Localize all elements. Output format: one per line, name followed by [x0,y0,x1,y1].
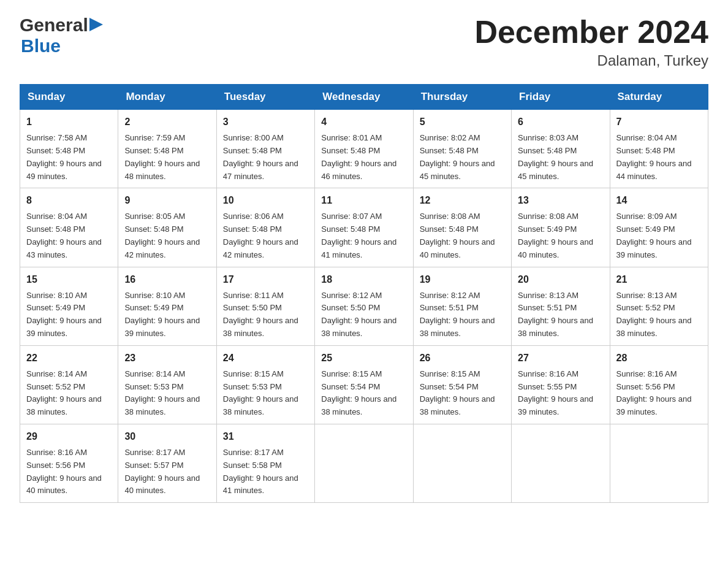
weekday-header-saturday: Saturday [610,85,708,110]
day-info: Sunrise: 8:13 AMSunset: 5:52 PMDaylight:… [616,289,702,340]
calendar-cell: 9Sunrise: 8:05 AMSunset: 5:48 PMDaylight… [118,188,216,267]
calendar-cell: 18Sunrise: 8:12 AMSunset: 5:50 PMDayligh… [315,267,413,345]
week-row-5: 29Sunrise: 8:16 AMSunset: 5:56 PMDayligh… [20,424,708,502]
week-row-1: 1Sunrise: 7:58 AMSunset: 5:48 PMDaylight… [20,110,708,188]
calendar-cell: 13Sunrise: 8:08 AMSunset: 5:49 PMDayligh… [512,188,610,267]
week-row-2: 8Sunrise: 8:04 AMSunset: 5:48 PMDaylight… [20,188,708,267]
calendar-cell [413,424,511,502]
calendar-cell: 17Sunrise: 8:11 AMSunset: 5:50 PMDayligh… [216,267,314,345]
weekday-header-friday: Friday [512,85,610,110]
day-info: Sunrise: 8:15 AMSunset: 5:54 PMDaylight:… [420,368,505,419]
day-number: 19 [420,272,505,287]
day-number: 28 [616,351,702,366]
day-number: 24 [223,351,308,366]
calendar-cell: 12Sunrise: 8:08 AMSunset: 5:48 PMDayligh… [413,188,511,267]
day-number: 29 [26,429,112,444]
calendar-cell: 21Sunrise: 8:13 AMSunset: 5:52 PMDayligh… [610,267,708,345]
calendar-cell: 24Sunrise: 8:15 AMSunset: 5:53 PMDayligh… [216,345,314,424]
weekday-header-thursday: Thursday [413,85,511,110]
day-number: 2 [124,115,210,129]
logo-blue-text: Blue [21,36,61,56]
day-info: Sunrise: 8:17 AMSunset: 5:58 PMDaylight:… [223,446,308,497]
calendar-cell: 29Sunrise: 8:16 AMSunset: 5:56 PMDayligh… [20,424,118,502]
day-info: Sunrise: 8:01 AMSunset: 5:48 PMDaylight:… [321,132,406,183]
title-block: December 2024 Dalaman, Turkey [474,15,708,69]
day-number: 30 [124,429,210,444]
day-number: 10 [223,193,308,208]
day-number: 18 [321,272,406,287]
day-info: Sunrise: 8:07 AMSunset: 5:48 PMDaylight:… [321,210,406,261]
calendar-cell: 5Sunrise: 8:02 AMSunset: 5:48 PMDaylight… [413,110,511,188]
day-info: Sunrise: 8:13 AMSunset: 5:51 PMDaylight:… [518,289,603,340]
calendar-cell: 23Sunrise: 8:14 AMSunset: 5:53 PMDayligh… [118,345,216,424]
day-info: Sunrise: 8:04 AMSunset: 5:48 PMDaylight:… [616,132,702,183]
calendar-cell: 26Sunrise: 8:15 AMSunset: 5:54 PMDayligh… [413,345,511,424]
day-info: Sunrise: 8:16 AMSunset: 5:55 PMDaylight:… [518,368,603,419]
calendar-cell: 15Sunrise: 8:10 AMSunset: 5:49 PMDayligh… [20,267,118,345]
week-row-4: 22Sunrise: 8:14 AMSunset: 5:52 PMDayligh… [20,345,708,424]
weekday-header-wednesday: Wednesday [315,85,413,110]
day-number: 7 [616,115,702,129]
calendar-cell: 27Sunrise: 8:16 AMSunset: 5:55 PMDayligh… [512,345,610,424]
day-number: 4 [321,115,406,129]
logo: General Blue [20,15,103,56]
weekday-header-row: SundayMondayTuesdayWednesdayThursdayFrid… [20,85,708,110]
day-info: Sunrise: 8:10 AMSunset: 5:49 PMDaylight:… [26,289,112,340]
day-number: 12 [420,193,505,208]
day-info: Sunrise: 8:15 AMSunset: 5:54 PMDaylight:… [321,368,406,419]
day-info: Sunrise: 8:09 AMSunset: 5:49 PMDaylight:… [616,210,702,261]
calendar-cell: 3Sunrise: 8:00 AMSunset: 5:48 PMDaylight… [216,110,314,188]
location-title: Dalaman, Turkey [474,52,708,69]
calendar-cell [610,424,708,502]
day-number: 1 [26,115,112,129]
day-number: 22 [26,351,112,366]
calendar-cell: 10Sunrise: 8:06 AMSunset: 5:48 PMDayligh… [216,188,314,267]
day-info: Sunrise: 8:05 AMSunset: 5:48 PMDaylight:… [124,210,210,261]
calendar-cell: 30Sunrise: 8:17 AMSunset: 5:57 PMDayligh… [118,424,216,502]
day-number: 27 [518,351,603,366]
day-number: 26 [420,351,505,366]
calendar-cell: 8Sunrise: 8:04 AMSunset: 5:48 PMDaylight… [20,188,118,267]
calendar-cell: 14Sunrise: 8:09 AMSunset: 5:49 PMDayligh… [610,188,708,267]
calendar-cell [315,424,413,502]
day-info: Sunrise: 8:12 AMSunset: 5:51 PMDaylight:… [420,289,505,340]
day-info: Sunrise: 8:14 AMSunset: 5:52 PMDaylight:… [26,368,112,419]
weekday-header-monday: Monday [118,85,216,110]
weekday-header-tuesday: Tuesday [216,85,314,110]
day-number: 8 [26,193,112,208]
calendar-cell: 16Sunrise: 8:10 AMSunset: 5:49 PMDayligh… [118,267,216,345]
logo-arrow-icon [89,18,103,31]
day-number: 15 [26,272,112,287]
calendar-cell: 11Sunrise: 8:07 AMSunset: 5:48 PMDayligh… [315,188,413,267]
day-number: 20 [518,272,603,287]
calendar-cell: 7Sunrise: 8:04 AMSunset: 5:48 PMDaylight… [610,110,708,188]
day-number: 11 [321,193,406,208]
day-info: Sunrise: 8:17 AMSunset: 5:57 PMDaylight:… [124,446,210,497]
day-info: Sunrise: 7:58 AMSunset: 5:48 PMDaylight:… [26,132,112,183]
day-number: 6 [518,115,603,129]
calendar-cell: 25Sunrise: 8:15 AMSunset: 5:54 PMDayligh… [315,345,413,424]
page-header: General Blue December 2024 Dalaman, Turk… [20,15,708,69]
week-row-3: 15Sunrise: 8:10 AMSunset: 5:49 PMDayligh… [20,267,708,345]
day-number: 13 [518,193,603,208]
day-info: Sunrise: 8:10 AMSunset: 5:49 PMDaylight:… [124,289,210,340]
day-info: Sunrise: 8:00 AMSunset: 5:48 PMDaylight:… [223,132,308,183]
calendar-cell: 31Sunrise: 8:17 AMSunset: 5:58 PMDayligh… [216,424,314,502]
day-info: Sunrise: 8:12 AMSunset: 5:50 PMDaylight:… [321,289,406,340]
day-number: 14 [616,193,702,208]
calendar-cell: 20Sunrise: 8:13 AMSunset: 5:51 PMDayligh… [512,267,610,345]
calendar-cell: 1Sunrise: 7:58 AMSunset: 5:48 PMDaylight… [20,110,118,188]
svg-marker-0 [89,18,103,31]
day-info: Sunrise: 8:08 AMSunset: 5:49 PMDaylight:… [518,210,603,261]
day-info: Sunrise: 8:11 AMSunset: 5:50 PMDaylight:… [223,289,308,340]
weekday-header-sunday: Sunday [20,85,118,110]
day-info: Sunrise: 8:08 AMSunset: 5:48 PMDaylight:… [420,210,505,261]
day-number: 23 [124,351,210,366]
day-number: 17 [223,272,308,287]
day-info: Sunrise: 8:03 AMSunset: 5:48 PMDaylight:… [518,132,603,183]
day-number: 31 [223,429,308,444]
day-info: Sunrise: 8:02 AMSunset: 5:48 PMDaylight:… [420,132,505,183]
day-info: Sunrise: 8:15 AMSunset: 5:53 PMDaylight:… [223,368,308,419]
day-info: Sunrise: 8:06 AMSunset: 5:48 PMDaylight:… [223,210,308,261]
day-number: 5 [420,115,505,129]
